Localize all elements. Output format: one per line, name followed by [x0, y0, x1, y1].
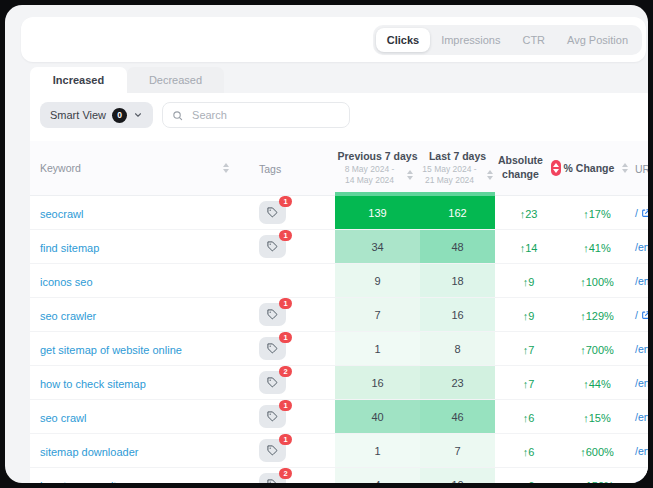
column-header-last-7-days: Last 7 days 15 May 2024 - 21 May 2024: [420, 141, 495, 196]
table-row: how to see a sitemap2410↑6↑150%/en: [30, 468, 648, 484]
url-link[interactable]: /en: [635, 479, 648, 484]
last-value-cell: 162: [420, 196, 495, 229]
percent-change-value: ↑600%: [580, 446, 614, 458]
external-link-icon: [641, 310, 648, 320]
url-link[interactable]: /en: [635, 241, 648, 253]
url-link[interactable]: /en: [635, 411, 648, 423]
last-value-cell: 7: [420, 434, 495, 467]
tag-button[interactable]: 2: [259, 473, 286, 483]
tab-decreased[interactable]: Decreased: [127, 67, 224, 93]
tag-count-badge: 1: [279, 298, 292, 309]
keyword-link[interactable]: get sitemap of website online: [40, 344, 182, 356]
tag-count-badge: 1: [279, 434, 292, 445]
sort-icon-percent-change[interactable]: [620, 161, 630, 175]
sort-icon-absolute-change-active[interactable]: [551, 160, 561, 176]
metric-tab-ctr[interactable]: CTR: [511, 28, 556, 52]
last-value-cell: 16: [420, 298, 495, 331]
percent-change-value: ↑15%: [583, 412, 611, 424]
table-card: Smart View 0: [30, 93, 648, 483]
metric-tab-impressions[interactable]: Impressions: [430, 28, 511, 52]
last-value-cell: 48: [420, 230, 495, 263]
percent-change-value: ↑100%: [580, 276, 614, 288]
tag-icon: [267, 411, 278, 422]
last-value-cell: 10: [420, 468, 495, 483]
absolute-change-value: ↑14: [520, 242, 538, 254]
url-link[interactable]: /en: [635, 343, 648, 355]
keyword-link[interactable]: seo crawler: [40, 310, 96, 322]
table-row: get sitemap of website online118↑7↑700%/…: [30, 332, 648, 366]
tag-button[interactable]: 1: [259, 337, 286, 360]
previous-value-cell: 40: [335, 400, 420, 433]
keywords-table: Keyword Tags Previous 7 days 8 May 2024 …: [30, 141, 648, 483]
tag-icon: [267, 479, 278, 483]
url-link[interactable]: /em: [635, 275, 648, 287]
url-link[interactable]: /en: [635, 377, 648, 389]
keyword-link[interactable]: iconos seo: [40, 276, 93, 288]
search-input[interactable]: [190, 108, 340, 122]
absolute-change-value: ↑6: [523, 412, 535, 424]
sort-icon-keyword[interactable]: [221, 161, 231, 175]
url-link[interactable]: /: [635, 207, 638, 219]
column-header-url: URL: [632, 141, 648, 196]
last-value-cell: 46: [420, 400, 495, 433]
keyword-link[interactable]: seo crawl: [40, 412, 86, 424]
last-value-cell: 8: [420, 332, 495, 365]
column-header-percent-change: % Change: [562, 141, 632, 196]
tag-icon: [267, 309, 278, 320]
keyword-link[interactable]: how to check sitemap: [40, 378, 146, 390]
sort-icon-previous[interactable]: [405, 168, 415, 182]
url-link[interactable]: /en: [635, 445, 648, 457]
table-header-row: Keyword Tags Previous 7 days 8 May 2024 …: [30, 141, 648, 196]
absolute-change-value: ↑23: [520, 208, 538, 220]
table-row: sitemap downloader117↑6↑600%/en: [30, 434, 648, 468]
tag-button[interactable]: 1: [259, 201, 286, 224]
column-header-keyword: Keyword: [30, 141, 245, 196]
search-icon: [172, 110, 183, 121]
tag-button[interactable]: 1: [259, 303, 286, 326]
top-toolbar: ClicksImpressionsCTRAvg Position: [21, 17, 646, 62]
last-value-cell: 18: [420, 264, 495, 297]
table-row: seocrawl1139162↑23↑17%/: [30, 196, 648, 230]
tag-button[interactable]: 1: [259, 405, 286, 428]
previous-value-cell: 139: [335, 196, 420, 229]
percent-change-value: ↑44%: [583, 378, 611, 390]
metric-switcher: ClicksImpressionsCTRAvg Position: [373, 25, 642, 55]
table-row: seo crawler1716↑9↑129%/: [30, 298, 648, 332]
keyword-link[interactable]: how to see a sitemap: [40, 480, 144, 484]
tag-button[interactable]: 1: [259, 439, 286, 462]
percent-change-value: ↑41%: [583, 242, 611, 254]
previous-value-cell: 16: [335, 366, 420, 399]
previous-value-cell: 4: [335, 468, 420, 483]
tag-button[interactable]: 2: [259, 371, 286, 394]
percent-change-value: ↑129%: [580, 310, 614, 322]
tag-count-badge: 1: [279, 332, 292, 343]
smart-view-dropdown[interactable]: Smart View 0: [40, 102, 153, 128]
tag-count-badge: 1: [279, 230, 292, 241]
trend-tabs: IncreasedDecreased: [30, 67, 224, 93]
keyword-link[interactable]: sitemap downloader: [40, 446, 138, 458]
absolute-change-value: ↑9: [523, 310, 535, 322]
tag-button[interactable]: 1: [259, 235, 286, 258]
keyword-link[interactable]: find sitemap: [40, 242, 99, 254]
smart-view-label: Smart View: [50, 109, 106, 121]
sort-icon-last[interactable]: [485, 168, 495, 182]
tab-increased[interactable]: Increased: [30, 67, 127, 93]
tag-icon: [267, 377, 278, 388]
app-window: ClicksImpressionsCTRAvg Position Increas…: [5, 5, 648, 483]
tag-icon: [267, 343, 278, 354]
tag-icon: [267, 207, 278, 218]
table-row: how to check sitemap21623↑7↑44%/en: [30, 366, 648, 400]
percent-change-value: ↑17%: [583, 208, 611, 220]
absolute-change-value: ↑7: [523, 378, 535, 390]
absolute-change-value: ↑9: [523, 276, 535, 288]
metric-tab-avg-position[interactable]: Avg Position: [556, 28, 639, 52]
percent-change-value: ↑700%: [580, 344, 614, 356]
percent-change-value: ↑150%: [580, 480, 614, 484]
chevron-down-icon: [133, 110, 143, 120]
table-row: find sitemap13448↑14↑41%/en: [30, 230, 648, 264]
metric-tab-clicks[interactable]: Clicks: [376, 28, 430, 52]
url-link[interactable]: /: [635, 309, 638, 321]
table-row: seo crawl14046↑6↑15%/en: [30, 400, 648, 434]
keyword-link[interactable]: seocrawl: [40, 208, 83, 220]
absolute-change-value: ↑6: [523, 480, 535, 484]
